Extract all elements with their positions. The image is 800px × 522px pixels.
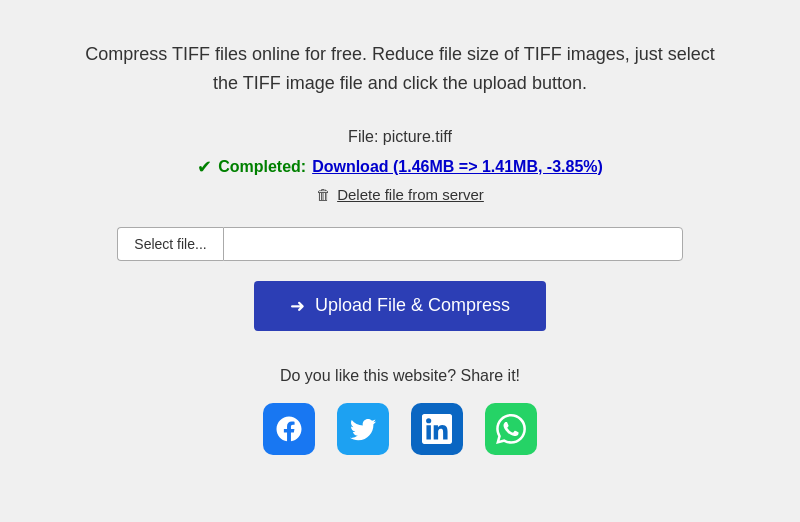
linkedin-share-button[interactable] (411, 403, 463, 455)
upload-button[interactable]: ➜ Upload File & Compress (254, 281, 546, 331)
facebook-share-button[interactable] (263, 403, 315, 455)
file-input-row: Select file... (60, 227, 740, 261)
check-icon: ✔ (197, 156, 212, 178)
completed-label: Completed: (218, 158, 306, 176)
select-file-button[interactable]: Select file... (117, 227, 222, 261)
download-link[interactable]: Download (1.46MB => 1.41MB, -3.85%) (312, 158, 603, 176)
completed-row: ✔ Completed: Download (1.46MB => 1.41MB,… (60, 156, 740, 178)
delete-row: 🗑 Delete file from server (60, 186, 740, 203)
social-row (60, 403, 740, 455)
whatsapp-share-button[interactable] (485, 403, 537, 455)
main-container: Compress TIFF files online for free. Red… (20, 20, 780, 475)
delete-link[interactable]: Delete file from server (337, 186, 484, 203)
description-text: Compress TIFF files online for free. Red… (60, 40, 740, 98)
file-name-input[interactable] (223, 227, 683, 261)
arrow-icon: ➜ (290, 295, 305, 317)
file-info: File: picture.tiff (60, 128, 740, 146)
twitter-share-button[interactable] (337, 403, 389, 455)
trash-icon: 🗑 (316, 186, 331, 203)
share-text: Do you like this website? Share it! (60, 367, 740, 385)
